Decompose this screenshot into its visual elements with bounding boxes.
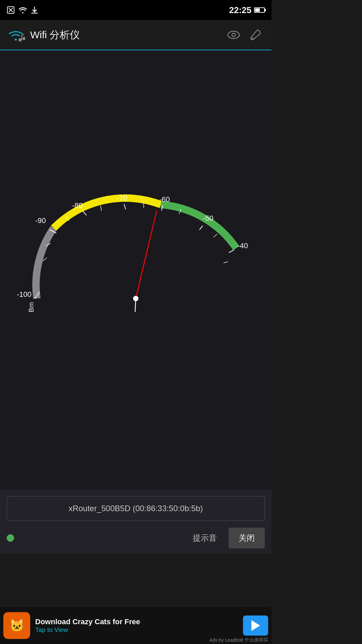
ad-app-icon: 🐱: [3, 612, 30, 639]
sound-button[interactable]: 提示音: [186, 528, 224, 548]
app-title: Wifi 分析仪: [30, 28, 80, 42]
eye-icon[interactable]: [227, 30, 240, 40]
ad-footer: Ads by Leadbolt 什么值得买: [209, 637, 268, 644]
svg-text:-60: -60: [159, 195, 170, 204]
ad-banner[interactable]: 🐱 Download Crazy Cats for Free Tap to Vi…: [0, 607, 272, 644]
main-content: -100 -90 -80 -70 -60 -50 -40 dBm xRouter…: [0, 50, 272, 553]
ad-title: Download Crazy Cats for Free: [35, 618, 238, 626]
svg-line-14: [82, 211, 86, 215]
wifi-status-icon: [18, 6, 27, 14]
svg-text:-50: -50: [203, 214, 214, 222]
svg-line-25: [214, 234, 217, 237]
svg-point-37: [133, 296, 138, 301]
svg-marker-38: [251, 620, 260, 631]
app-bar: Wifi 分析仪: [0, 20, 272, 50]
bottom-actions: 提示音 关闭: [7, 528, 265, 548]
svg-text:dBm: dBm: [27, 302, 35, 312]
svg-text:-70: -70: [117, 194, 127, 202]
gauge-container: -100 -90 -80 -70 -60 -50 -40 dBm: [0, 77, 272, 312]
svg-line-7: [22, 34, 24, 35]
status-left-icons: [7, 6, 38, 14]
app-logo: [7, 26, 25, 44]
gauge-svg: -100 -90 -80 -70 -60 -50 -40 dBm: [10, 178, 261, 312]
network-selector-display[interactable]: xRouter_500B5D (00:86:33:50:0b:5b): [7, 496, 265, 521]
svg-line-17: [199, 226, 203, 230]
svg-text:-90: -90: [35, 216, 46, 225]
download-status-icon: [31, 6, 38, 14]
ad-extra: 什么值得买: [245, 637, 268, 643]
svg-text:-80: -80: [72, 201, 83, 210]
svg-point-11: [252, 38, 253, 39]
svg-point-9: [228, 31, 239, 39]
close-button[interactable]: 关闭: [229, 528, 265, 548]
svg-line-26: [224, 262, 228, 263]
svg-point-5: [18, 38, 22, 42]
bottom-panel: xRouter_500B5D (00:86:33:50:0b:5b) 提示音 关…: [0, 489, 272, 553]
svg-point-8: [22, 37, 25, 40]
svg-line-18: [229, 250, 234, 253]
wrench-icon[interactable]: [250, 29, 261, 41]
svg-line-35: [136, 211, 157, 299]
svg-line-19: [43, 258, 47, 261]
signal-indicator-dot: [7, 534, 14, 542]
svg-point-10: [232, 33, 235, 37]
ad-provider: Ads by Leadbolt: [209, 637, 243, 643]
ad-play-button[interactable]: [243, 615, 268, 636]
svg-line-23: [143, 203, 144, 208]
status-bar: 22:25: [0, 0, 272, 20]
app-bar-title-area: Wifi 分析仪: [7, 26, 227, 44]
play-icon: [251, 620, 261, 632]
svg-text:-100: -100: [17, 290, 32, 299]
app-bar-actions: [227, 29, 265, 41]
ad-tap-to-view[interactable]: Tap to View: [35, 626, 238, 634]
time-display: 22:25: [229, 5, 252, 15]
wifi-logo-icon: [7, 26, 25, 44]
status-right-area: 22:25: [229, 5, 265, 15]
svg-text:-40: -40: [237, 241, 248, 250]
battery-icon: [254, 7, 265, 13]
svg-line-15: [124, 204, 126, 209]
notification-icon: [7, 6, 15, 14]
svg-line-22: [101, 206, 102, 211]
ad-text-area: Download Crazy Cats for Free Tap to View…: [35, 618, 238, 634]
